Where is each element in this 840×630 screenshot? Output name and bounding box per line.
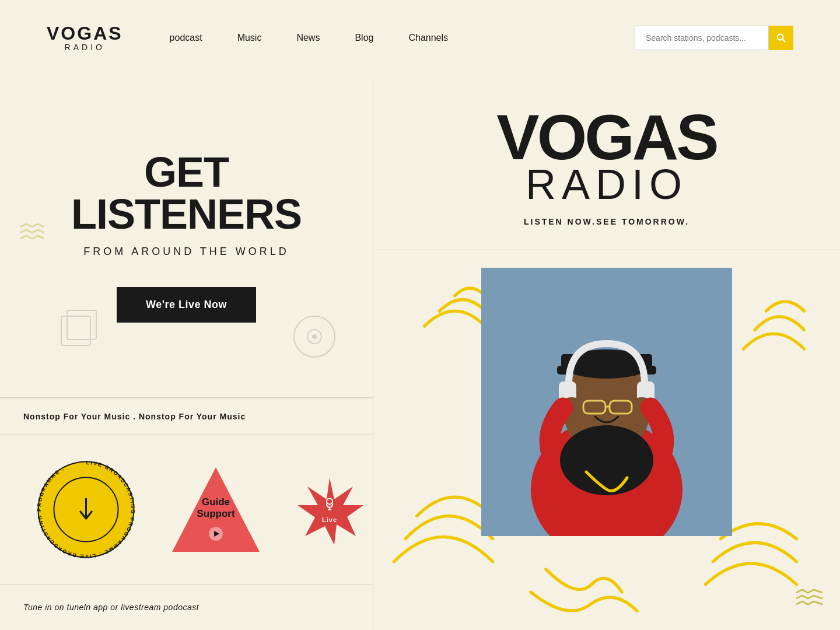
triangle-label-line1: Guide <box>187 496 245 508</box>
right-tagline: LISTEN NOW.SEE TOMORROW. <box>524 217 690 226</box>
right-bottom <box>373 250 840 630</box>
circle-badge: LIVE BROADCASTING PROGRAMME . LIVE BROAD… <box>35 459 137 561</box>
svg-point-6 <box>312 334 317 339</box>
logo-radio: RADIO <box>65 43 105 52</box>
zigzag-decoration <box>18 221 47 253</box>
person-photo <box>481 268 732 536</box>
right-logo-radio: RADIO <box>526 163 688 205</box>
footer-ticker-text: Tune in on tuneln app or livestream podo… <box>23 603 199 612</box>
starburst-badge: Live <box>295 475 365 545</box>
starburst-label: Live <box>322 516 337 523</box>
ticker-section: Nonstop For Your Music . Nonstop For You… <box>0 398 373 435</box>
left-panel: GET LISTENERS FROM AROUND THE WORLD We'r… <box>0 76 373 630</box>
podcast-icon <box>321 495 338 512</box>
nav-link-music[interactable]: Music <box>237 33 262 43</box>
triangle-badge: Guide Support <box>172 464 260 555</box>
search-button[interactable] <box>769 26 793 50</box>
triangle-label-line2: Support <box>187 508 245 520</box>
hero-section: GET LISTENERS FROM AROUND THE WORLD We'r… <box>0 76 373 398</box>
icons-section: LIVE BROADCASTING PROGRAMME . LIVE BROAD… <box>0 435 373 584</box>
search-wrap <box>635 26 793 50</box>
main-content: GET LISTENERS FROM AROUND THE WORLD We'r… <box>0 76 840 630</box>
svg-point-0 <box>778 34 783 40</box>
logo: VOGAS RADIO <box>47 24 123 52</box>
right-panel: VOGAS RADIO LISTEN NOW.SEE TOMORROW. <box>373 76 840 630</box>
nav-link-channels[interactable]: Channels <box>408 33 448 43</box>
footer-ticker: Tune in on tuneln app or livestream podo… <box>0 584 373 630</box>
right-logo-vogas: VOGAS <box>496 105 716 169</box>
right-branding: VOGAS RADIO LISTEN NOW.SEE TOMORROW. <box>373 76 840 250</box>
search-icon <box>776 33 786 43</box>
svg-point-15 <box>327 498 332 504</box>
disc-decoration-right <box>291 313 338 362</box>
navbar: VOGAS RADIO podcast Music News Blog Chan… <box>0 0 840 76</box>
hero-title: GET LISTENERS <box>23 151 349 235</box>
person-illustration <box>481 268 732 536</box>
svg-rect-2 <box>61 316 90 345</box>
logo-vogas: VOGAS <box>47 24 123 43</box>
nav-link-news[interactable]: News <box>296 33 320 43</box>
hero-subtitle: FROM AROUND THE WORLD <box>83 246 289 258</box>
nav-link-podcast[interactable]: podcast <box>170 33 202 43</box>
search-input[interactable] <box>635 26 769 50</box>
ticker-text: Nonstop For Your Music . Nonstop For You… <box>23 412 246 421</box>
disc-decoration-left <box>58 307 99 351</box>
zigzag-bottom-decoration <box>793 587 828 618</box>
svg-rect-3 <box>67 310 96 340</box>
live-now-button[interactable]: We're Live Now <box>117 287 256 323</box>
play-icon <box>208 526 223 541</box>
nav-link-blog[interactable]: Blog <box>355 33 373 43</box>
svg-point-28 <box>560 425 653 495</box>
svg-line-1 <box>783 40 786 43</box>
nav-links: podcast Music News Blog Channels <box>170 33 635 43</box>
